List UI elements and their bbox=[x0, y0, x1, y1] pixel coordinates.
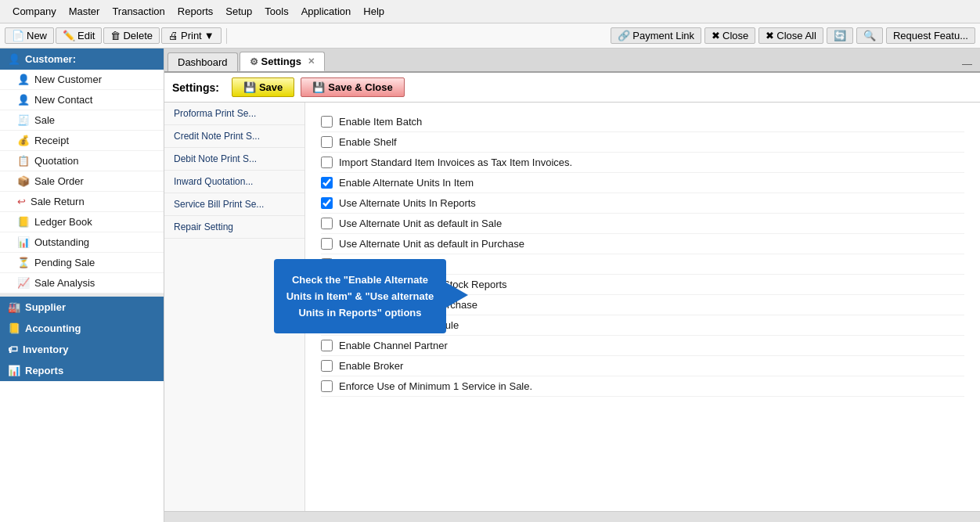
print-dropdown-icon: ▼ bbox=[204, 30, 214, 41]
edit-icon: ✏️ bbox=[63, 30, 75, 41]
sidebar-item-pending-sale[interactable]: ⏳ Pending Sale bbox=[0, 253, 164, 273]
delete-icon: 🗑 bbox=[110, 30, 121, 41]
sale-order-icon: 📦 bbox=[17, 175, 30, 187]
checkbox-row: Use Alternate Unit as default in Sale bbox=[321, 214, 964, 234]
settings-nav-inward-quotation[interactable]: Inward Quotation... bbox=[164, 171, 304, 193]
save-close-button[interactable]: 💾 Save & Close bbox=[301, 77, 404, 97]
print-icon: 🖨 bbox=[168, 30, 178, 41]
checkbox-label-cb14[interactable]: Enforce Use of Minimum 1 Service in Sale… bbox=[339, 380, 532, 392]
sidebar-item-sale-return[interactable]: ↩ Sale Return bbox=[0, 192, 164, 212]
checkbox-label-cb4[interactable]: Enable Alternate Units In Item bbox=[339, 177, 474, 189]
toolbar-right: 🔗 Payment Link ✖ Close ✖ Close All 🔄 🔍 R… bbox=[611, 27, 975, 44]
checkbox-label-cb2[interactable]: Enable Shelf bbox=[339, 136, 397, 148]
checkbox-label-cb6[interactable]: Use Alternate Unit as default in Sale bbox=[339, 218, 502, 229]
checkbox-label-cb12[interactable]: Enable Channel Partner bbox=[339, 340, 448, 351]
callout-tooltip: Check the "Enable Alternate Units in Ite… bbox=[274, 259, 446, 333]
menu-application[interactable]: Application bbox=[295, 4, 358, 19]
close-all-button[interactable]: ✖ Close All bbox=[758, 27, 823, 44]
new-button[interactable]: 📄 New bbox=[5, 27, 54, 44]
sidebar-item-ledger-book[interactable]: 📒 Ledger Book bbox=[0, 212, 164, 232]
checkbox-row: Enable Channel Partner bbox=[321, 336, 964, 356]
tabs-right-controls: — bbox=[962, 58, 977, 71]
new-customer-icon: 👤 bbox=[17, 74, 30, 85]
sidebar-item-sale[interactable]: 🧾 Sale bbox=[0, 110, 164, 131]
settings-nav-service-bill[interactable]: Service Bill Print Se... bbox=[164, 193, 304, 216]
inventory-icon: 🏷 bbox=[8, 344, 18, 355]
settings-nav-proforma[interactable]: Proforma Print Se... bbox=[164, 103, 304, 125]
checkbox-label-cb5[interactable]: Use Alternate Units In Reports bbox=[339, 197, 476, 209]
request-feature-button[interactable]: Request Featu... bbox=[886, 27, 975, 44]
close-button[interactable]: ✖ Close bbox=[704, 27, 755, 44]
sidebar-item-outstanding[interactable]: 📊 Outstanding bbox=[0, 232, 164, 253]
tab-settings[interactable]: ⚙ Settings ✕ bbox=[240, 52, 325, 71]
checkbox-cb7[interactable] bbox=[321, 238, 333, 250]
sidebar-item-sale-order[interactable]: 📦 Sale Order bbox=[0, 171, 164, 192]
sidebar-reports-header[interactable]: 📊 Reports bbox=[0, 360, 164, 381]
minimize-icon[interactable]: — bbox=[962, 58, 972, 70]
sidebar-item-receipt[interactable]: 💰 Receipt bbox=[0, 131, 164, 151]
checkbox-label-cb3[interactable]: Import Standard Item Invoices as Tax Ite… bbox=[339, 157, 572, 168]
checkbox-row: Enforce Use of Minimum 1 Service in Sale… bbox=[321, 376, 964, 397]
close-all-icon: ✖ bbox=[766, 30, 774, 41]
menu-reports[interactable]: Reports bbox=[171, 4, 220, 19]
sidebar-inventory-header[interactable]: 🏷 Inventory bbox=[0, 339, 164, 360]
checkbox-cb13[interactable] bbox=[321, 360, 333, 372]
new-contact-icon: 👤 bbox=[17, 94, 30, 106]
checkbox-cb14[interactable] bbox=[321, 380, 333, 392]
tabs-bar: Dashboard ⚙ Settings ✕ — bbox=[164, 49, 980, 73]
settings-nav-credit-note[interactable]: Credit Note Print S... bbox=[164, 125, 304, 148]
menu-tools[interactable]: Tools bbox=[258, 4, 294, 19]
sidebar-supplier-header[interactable]: 🏭 Supplier bbox=[0, 297, 164, 318]
payment-link-button[interactable]: 🔗 Payment Link bbox=[611, 27, 701, 44]
sidebar-item-quotation[interactable]: 📋 Quotation bbox=[0, 151, 164, 171]
horizontal-scrollbar[interactable] bbox=[164, 511, 980, 522]
menu-company[interactable]: Company bbox=[6, 4, 63, 19]
accounting-icon: 📒 bbox=[8, 322, 20, 334]
menu-help[interactable]: Help bbox=[357, 4, 391, 19]
checkbox-row: Import Standard Item Invoices as Tax Ite… bbox=[321, 153, 964, 173]
main-layout: 👤 Customer: 👤 New Customer 👤 New Contact… bbox=[0, 49, 980, 522]
save-button[interactable]: 💾 Save bbox=[232, 77, 294, 97]
settings-nav-repair[interactable]: Repair Setting bbox=[164, 216, 304, 239]
sidebar-customer-header[interactable]: 👤 Customer: bbox=[0, 49, 164, 70]
toolbar-separator bbox=[226, 28, 227, 44]
checkbox-cb4[interactable] bbox=[321, 177, 333, 189]
payment-link-icon: 🔗 bbox=[618, 30, 630, 41]
print-button[interactable]: 🖨 Print ▼ bbox=[161, 27, 222, 44]
tab-dashboard[interactable]: Dashboard bbox=[168, 52, 238, 71]
checkbox-label-cb1[interactable]: Enable Item Batch bbox=[339, 116, 422, 128]
sidebar-accounting-header[interactable]: 📒 Accounting bbox=[0, 318, 164, 339]
dashboard-tab-label: Dashboard bbox=[178, 56, 228, 68]
checkbox-row: Enable Alternate Units In Item bbox=[321, 173, 964, 193]
receipt-icon: 💰 bbox=[17, 135, 30, 146]
checkbox-cb1[interactable] bbox=[321, 116, 333, 128]
checkbox-label-cb7[interactable]: Use Alternate Unit as default in Purchas… bbox=[339, 238, 524, 250]
sidebar-item-sale-analysis[interactable]: 📈 Sale Analysis bbox=[0, 273, 164, 293]
reports-icon: 📊 bbox=[8, 365, 20, 376]
checkbox-cb12[interactable] bbox=[321, 340, 333, 351]
menu-transaction[interactable]: Transaction bbox=[106, 4, 171, 19]
menu-master[interactable]: Master bbox=[63, 4, 106, 19]
sale-return-icon: ↩ bbox=[17, 196, 26, 207]
edit-button[interactable]: ✏️ Edit bbox=[56, 27, 102, 44]
close-icon: ✖ bbox=[712, 30, 720, 41]
checkbox-cb5[interactable] bbox=[321, 197, 333, 209]
checkbox-cb3[interactable] bbox=[321, 157, 333, 168]
delete-button[interactable]: 🗑 Delete bbox=[103, 27, 160, 44]
settings-nav-debit-note[interactable]: Debit Note Print S... bbox=[164, 148, 304, 171]
checkbox-row: Use Alternate Units In Reports bbox=[321, 193, 964, 214]
save-icon: 💾 bbox=[243, 81, 256, 93]
quotation-icon: 📋 bbox=[17, 155, 30, 167]
new-icon: 📄 bbox=[12, 30, 24, 41]
menu-setup[interactable]: Setup bbox=[219, 4, 258, 19]
settings-wrapper: Settings: 💾 Save 💾 Save & Close Proforma… bbox=[164, 73, 980, 522]
checkbox-cb2[interactable] bbox=[321, 136, 333, 148]
checkbox-cb6[interactable] bbox=[321, 218, 333, 229]
refresh-button[interactable]: 🔄 bbox=[827, 27, 853, 44]
sidebar-item-new-contact[interactable]: 👤 New Contact bbox=[0, 90, 164, 110]
refresh-icon: 🔄 bbox=[834, 30, 846, 41]
checkbox-label-cb13[interactable]: Enable Broker bbox=[339, 360, 403, 372]
sidebar-item-new-customer[interactable]: 👤 New Customer bbox=[0, 70, 164, 90]
settings-tab-close[interactable]: ✕ bbox=[308, 56, 315, 67]
search-button[interactable]: 🔍 bbox=[856, 27, 883, 44]
